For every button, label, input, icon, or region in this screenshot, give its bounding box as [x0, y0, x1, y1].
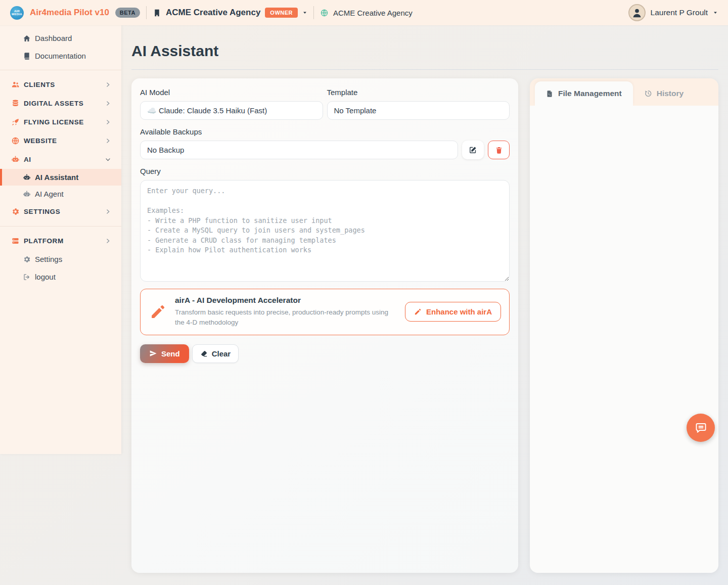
- logout-icon: [23, 273, 31, 281]
- book-icon: [23, 52, 31, 60]
- sidebar-item-dashboard[interactable]: Dashboard: [0, 29, 121, 47]
- sidebar-item-label: Documentation: [35, 52, 86, 60]
- chevron-right-icon: [105, 208, 111, 215]
- logo-text-bottom: MEDIA: [12, 13, 22, 16]
- sidebar-section-settings[interactable]: SETTINGS: [0, 202, 121, 221]
- clear-button-label: Clear: [212, 349, 231, 358]
- eraser-icon: [200, 350, 208, 357]
- chat-bubble-icon: [694, 421, 708, 435]
- app-header: AIR MEDIA Air4media Pilot v10 BETA ACME …: [0, 0, 728, 25]
- sidebar-section-flying-license[interactable]: FLYING LICENSE: [0, 113, 121, 131]
- send-button-label: Send: [161, 349, 180, 358]
- sidebar-item-documentation[interactable]: Documentation: [0, 47, 121, 65]
- chevron-right-icon: [105, 119, 111, 125]
- beta-badge: BETA: [115, 8, 140, 18]
- chevron-down-icon: [713, 10, 718, 15]
- history-icon: [644, 89, 652, 98]
- sidebar-section-website[interactable]: WEBSITE: [0, 131, 121, 150]
- sidebar: Dashboard Documentation CLIENTS DIGITAL …: [0, 25, 121, 454]
- sidebar-item-ai-agent[interactable]: AI Agent: [0, 186, 121, 202]
- globe-icon: [11, 137, 20, 145]
- sidebar-item-logout[interactable]: logout: [0, 268, 121, 286]
- sidebar-item-label: AI Agent: [35, 190, 64, 198]
- edit-backup-button[interactable]: [462, 141, 484, 159]
- agency-switcher[interactable]: ACME Creative Agency OWNER: [153, 8, 307, 18]
- sidebar-divider: [0, 226, 121, 227]
- chevron-right-icon: [105, 100, 111, 107]
- enhance-button-label: Enhance with airA: [426, 307, 492, 316]
- user-silhouette-icon: [631, 7, 643, 18]
- sidebar-section-label: PLATFORM: [24, 237, 64, 245]
- panel-tabs: File Management History: [530, 78, 718, 106]
- backups-label: Available Backups: [140, 127, 510, 136]
- panel-body: [530, 106, 718, 573]
- aira-description: Transform basic requests into precise, p…: [175, 307, 396, 328]
- pencil-icon: [414, 308, 422, 316]
- sidebar-section-label: FLYING LICENSE: [24, 118, 84, 126]
- app-logo: AIR MEDIA: [10, 6, 24, 20]
- ai-model-select[interactable]: ☁️ Claude: Claude 3.5 Haiku (Fast): [140, 101, 323, 120]
- globe-icon: [320, 9, 329, 17]
- gear-icon: [23, 255, 31, 263]
- header-divider: [313, 6, 314, 19]
- aira-title: airA - AI Development Accelerator: [175, 296, 396, 305]
- tab-file-management[interactable]: File Management: [535, 81, 633, 106]
- rocket-icon: [11, 118, 20, 126]
- aira-panel: airA - AI Development Accelerator Transf…: [140, 289, 510, 335]
- edit-icon: [469, 146, 477, 154]
- main-content: AI Assistant AI Model ☁️ Claude: Claude …: [121, 25, 728, 585]
- sidebar-section-ai[interactable]: AI: [0, 150, 121, 169]
- sidebar-divider: [0, 70, 121, 70]
- delete-backup-button[interactable]: [488, 141, 510, 159]
- query-input[interactable]: [140, 180, 510, 282]
- chevron-right-icon: [105, 81, 111, 88]
- sidebar-item-settings[interactable]: Settings: [0, 250, 121, 268]
- ai-model-value: ☁️ Claude: Claude 3.5 Haiku (Fast): [147, 106, 267, 115]
- template-select[interactable]: No Template: [327, 101, 510, 120]
- enhance-with-aira-button[interactable]: Enhance with airA: [405, 302, 501, 322]
- backups-value: No Backup: [147, 146, 184, 154]
- robot-icon: [23, 190, 31, 198]
- tab-label: File Management: [558, 89, 622, 98]
- agency-name: ACME Creative Agency: [166, 8, 260, 18]
- sidebar-item-label: Dashboard: [35, 34, 72, 42]
- clear-button[interactable]: Clear: [192, 344, 239, 363]
- tab-label: History: [657, 89, 684, 98]
- sidebar-section-clients[interactable]: CLIENTS: [0, 75, 121, 94]
- chat-fab-button[interactable]: [687, 414, 715, 442]
- sidebar-section-digital-assets[interactable]: DIGITAL ASSETS: [0, 94, 121, 113]
- sidebar-section-label: SETTINGS: [24, 208, 60, 215]
- aira-text: airA - AI Development Accelerator Transf…: [175, 296, 396, 328]
- site-name: ACME Creative Agency: [333, 9, 413, 17]
- avatar: [628, 4, 646, 21]
- send-button[interactable]: Send: [140, 344, 189, 363]
- header-divider: [146, 6, 147, 19]
- template-label: Template: [327, 88, 510, 97]
- chevron-down-icon: [105, 156, 111, 163]
- ai-model-field: AI Model ☁️ Claude: Claude 3.5 Haiku (Fa…: [140, 88, 323, 120]
- trash-icon: [495, 146, 503, 154]
- owner-badge: OWNER: [265, 8, 298, 18]
- gear-icon: [11, 207, 20, 216]
- user-menu[interactable]: Laurent P Groult: [628, 4, 718, 21]
- ai-assistant-form-card: AI Model ☁️ Claude: Claude 3.5 Haiku (Fa…: [131, 78, 518, 573]
- server-icon: [11, 237, 20, 245]
- database-icon: [11, 99, 20, 108]
- sidebar-item-label: AI Assistant: [35, 173, 78, 182]
- site-link[interactable]: ACME Creative Agency: [320, 9, 413, 17]
- sidebar-section-label: WEBSITE: [24, 137, 57, 145]
- sidebar-section-label: AI: [24, 156, 31, 163]
- brand-title: Air4media Pilot v10: [30, 8, 109, 18]
- title-divider: [131, 69, 718, 70]
- template-field: Template No Template: [327, 88, 510, 120]
- sidebar-section-platform[interactable]: PLATFORM: [0, 232, 121, 250]
- users-icon: [11, 80, 20, 89]
- sidebar-item-ai-assistant[interactable]: AI Assistant: [0, 169, 121, 186]
- paper-plane-icon: [149, 349, 157, 357]
- backups-select[interactable]: No Backup: [140, 141, 458, 159]
- file-icon: [546, 90, 554, 98]
- file-history-panel: File Management History: [530, 78, 718, 573]
- chevron-right-icon: [105, 138, 111, 144]
- tab-history[interactable]: History: [633, 81, 695, 106]
- building-icon: [153, 9, 161, 17]
